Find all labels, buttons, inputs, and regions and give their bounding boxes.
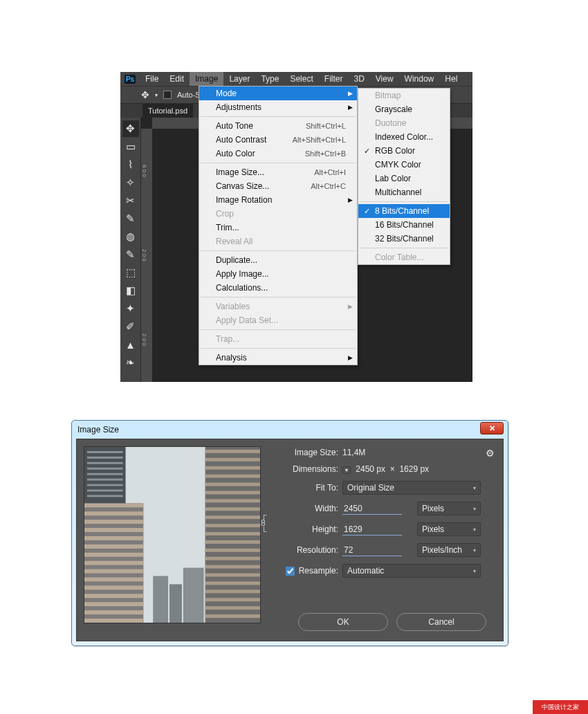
svg-rect-15 [84,536,143,540]
healing-brush-tool-icon[interactable]: ◍ [122,228,139,245]
svg-rect-56 [205,581,260,585]
menu-item-mode[interactable]: Mode▶ [199,86,357,100]
svg-rect-48 [205,515,260,519]
menu-separator [201,348,356,349]
menu-item-label: Apply Image... [216,269,346,279]
menu-item-label: Crop [216,209,346,219]
menu-item-auto-contrast[interactable]: Auto ContrastAlt+Shift+Ctrl+L [199,133,357,147]
menu-item-trim[interactable]: Trim... [199,221,357,235]
paint-bucket-tool-icon[interactable]: ✦ [122,300,139,317]
svg-rect-28 [87,457,123,459]
ok-button[interactable]: OK [298,613,388,631]
menu-item-duotone: Duotone [358,116,450,130]
menu-item-16-bits-channel[interactable]: 16 Bits/Channel [358,218,450,232]
svg-rect-59 [205,606,260,610]
menu-item-color-table: Color Table... [358,250,450,264]
chevron-down-icon[interactable]: ▾ [342,466,351,474]
menu-item-label: Reveal All [216,237,346,246]
menu-item-shortcut: Alt+Ctrl+I [314,168,346,176]
menu-item-canvas-size[interactable]: Canvas Size...Alt+Ctrl+C [199,179,357,193]
resample-checkbox[interactable] [286,567,295,576]
height-input[interactable] [342,524,402,536]
submenu-arrow-icon: ▶ [348,90,353,97]
menu-item-duplicate[interactable]: Duplicate... [199,253,357,267]
menu-item-cmyk-color[interactable]: CMYK Color [358,158,450,172]
submenu-arrow-icon: ▶ [348,196,353,203]
pen-tool-icon[interactable]: ✐ [122,318,139,335]
resolution-unit-select[interactable]: Pixels/Inch▾ [417,543,481,557]
eyedropper-tool-icon[interactable]: ✎ [122,210,139,227]
menu-item-grayscale[interactable]: Grayscale [358,102,450,116]
menu-window[interactable]: Window [399,72,440,86]
menu-item-multichannel[interactable]: Multichannel [358,185,450,199]
magic-wand-tool-icon[interactable]: ✧ [122,174,139,191]
menu-filter[interactable]: Filter [319,72,349,86]
menu-item-image-size[interactable]: Image Size...Alt+Ctrl+I [199,165,357,179]
menu-item-label: Image Size... [216,167,314,177]
menu-separator [201,116,356,117]
menu-item-image-rotation[interactable]: Image Rotation▶ [199,193,357,207]
svg-rect-44 [205,483,260,486]
cancel-button[interactable]: Cancel [396,613,486,631]
menu-item-8-bits-channel[interactable]: ✓8 Bits/Channel [358,204,450,218]
svg-rect-53 [205,557,260,560]
menu-edit[interactable]: Edit [164,72,190,86]
width-unit-select[interactable]: Pixels▾ [417,502,481,515]
menu-help[interactable]: Hel [439,72,463,86]
menu-select[interactable]: Select [284,72,318,86]
menu-view[interactable]: View [370,72,399,86]
menu-item-apply-data-set: Apply Data Set... [199,313,357,327]
menu-item-label: CMYK Color [375,160,439,170]
svg-rect-57 [205,589,260,593]
link-dimensions-icon[interactable]: ┌8└ [261,510,267,536]
menu-item-32-bits-channel[interactable]: 32 Bits/Channel [358,232,450,246]
menu-separator [201,329,356,330]
height-unit-select[interactable]: Pixels▾ [417,522,481,536]
resample-select[interactable]: Automatic▾ [342,564,481,578]
menu-item-indexed-color[interactable]: Indexed Color... [358,130,450,144]
gear-icon[interactable]: ⚙ [486,448,495,459]
menu-item-auto-tone[interactable]: Auto ToneShift+Ctrl+L [199,119,357,133]
menu-item-label: Analysis [216,353,346,363]
menu-item-analysis[interactable]: Analysis▶ [199,351,357,365]
menu-item-shortcut: Alt+Shift+Ctrl+L [293,136,346,144]
menu-item-shortcut: Shift+Ctrl+B [305,149,346,158]
menu-item-shortcut: Shift+Ctrl+L [306,122,346,130]
menu-item-rgb-color[interactable]: ✓RGB Color [358,144,450,158]
menu-item-apply-image[interactable]: Apply Image... [199,267,357,281]
stamp-tool-icon[interactable]: ⬚ [122,264,139,281]
dialog-close-button[interactable]: ✕ [480,422,504,434]
label-width: Width: [272,504,338,513]
menu-item-calculations[interactable]: Calculations... [199,281,357,295]
svg-rect-49 [205,524,260,527]
lasso-tool-icon[interactable]: ⌇ [122,156,139,173]
width-input[interactable] [342,503,402,515]
menu-layer[interactable]: Layer [223,72,255,86]
fit-to-select[interactable]: Original Size▾ [342,481,481,495]
menu-item-label: Duplicate... [216,255,346,265]
svg-rect-60 [205,614,260,618]
svg-rect-25 [84,619,143,623]
auto-select-checkbox[interactable] [163,91,172,99]
marquee-tool-icon[interactable]: ▭ [122,138,139,155]
menu-item-label: Duotone [375,118,439,128]
svg-rect-41 [205,458,260,461]
menu-item-lab-color[interactable]: Lab Color [358,172,450,185]
tool-preset-dropdown-icon[interactable]: ▾ [155,92,158,98]
move-tool-icon[interactable]: ✥ [122,120,139,137]
menu-3d[interactable]: 3D [348,72,369,86]
menu-item-trap: Trap... [199,332,357,346]
brush-tool-icon[interactable]: ✎ [122,246,139,263]
menu-image[interactable]: Image [190,72,223,86]
resolution-input[interactable] [342,544,402,556]
history-brush-tool-icon[interactable]: ❧ [122,354,139,371]
menu-file[interactable]: File [140,72,164,86]
menu-type[interactable]: Type [255,72,284,86]
clone-tool-icon[interactable]: ▲ [122,336,139,353]
crop-tool-icon[interactable]: ✂ [122,192,139,209]
svg-rect-30 [87,468,123,470]
menu-item-adjustments[interactable]: Adjustments▶ [199,100,357,114]
menu-item-auto-color[interactable]: Auto ColorShift+Ctrl+B [199,147,357,161]
svg-rect-33 [87,484,123,486]
eraser-tool-icon[interactable]: ◧ [122,282,139,299]
